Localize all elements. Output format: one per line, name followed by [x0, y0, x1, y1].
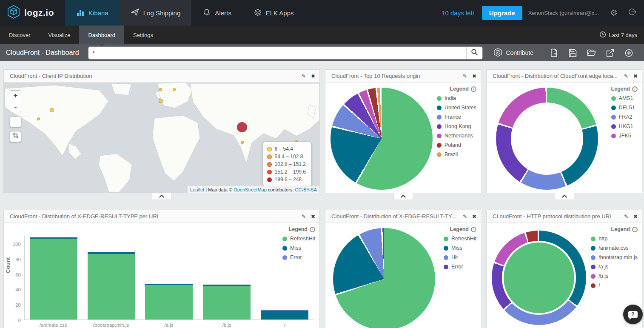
account-name[interactable]: XenonStack (gursimran@x...	[528, 10, 599, 16]
close-panel-icon[interactable]: ✖	[472, 214, 476, 220]
edge-locations-donut-chart[interactable]	[496, 88, 598, 190]
bar-segment-Miss[interactable]	[261, 311, 308, 319]
gear-icon[interactable]: ⚙	[610, 8, 618, 18]
map-marker[interactable]	[37, 117, 40, 120]
legend-item[interactable]: Poland	[437, 140, 476, 150]
bar-/animate.css[interactable]	[30, 237, 77, 319]
map-marker[interactable]	[241, 141, 244, 144]
sunburst-inner-circle[interactable]	[504, 242, 574, 313]
open-dashboard-icon[interactable]	[582, 49, 601, 57]
bar-/b.js[interactable]	[203, 285, 251, 319]
legend-toggle[interactable]: Legend ›	[591, 226, 638, 232]
legend-item[interactable]: United States	[437, 103, 476, 112]
nav-item-visualize[interactable]: Visualize	[40, 26, 80, 44]
legend-item[interactable]: FRA2	[611, 112, 638, 122]
tab-log-shipping[interactable]: Log Shipping	[120, 0, 192, 26]
legend-item[interactable]: Netherlands	[437, 131, 476, 140]
close-panel-icon[interactable]: ✖	[633, 214, 638, 220]
bar-/[interactable]	[261, 310, 308, 319]
query-input[interactable]	[88, 47, 467, 59]
http-protocol-sunburst-chart[interactable]	[492, 231, 586, 325]
zoom-in-button[interactable]: +	[10, 90, 21, 101]
contribute-button[interactable]: Contribute	[493, 48, 533, 58]
logzio-logo[interactable]: logz.io	[0, 0, 65, 26]
legend-item[interactable]: Miss	[282, 243, 315, 253]
openstreetmap-link[interactable]: OpenStreetMap	[234, 187, 267, 192]
map-marker[interactable]	[159, 99, 163, 103]
map-marker[interactable]	[50, 108, 54, 112]
upgrade-button[interactable]: Upgrade	[482, 6, 522, 20]
license-link[interactable]: CC-BY-SA	[295, 187, 317, 192]
bar-/bootstrap.min.js[interactable]	[88, 252, 135, 319]
bar-/a.js[interactable]	[145, 284, 193, 319]
legend-item[interactable]: http	[591, 234, 638, 243]
nav-item-discover[interactable]: Discover	[0, 26, 40, 44]
tab-elk-apps[interactable]: ELK Apps	[242, 0, 305, 26]
edit-panel-icon[interactable]: ✎	[463, 73, 467, 79]
legend-item[interactable]: India	[437, 94, 476, 103]
collapse-panel-button[interactable]	[152, 193, 171, 200]
legend-toggle[interactable]: Legend ›	[437, 86, 476, 92]
sign-out-icon[interactable]	[628, 7, 637, 18]
bar-segment-RefreshHit[interactable]	[30, 239, 77, 319]
legend-item[interactable]: /b.js	[591, 271, 638, 281]
share-dashboard-icon[interactable]	[601, 49, 619, 57]
time-picker[interactable]: Last 7 days	[599, 26, 644, 44]
legend-item[interactable]: /bootstrap.min.js	[591, 253, 638, 262]
bar-segment-RefreshHit[interactable]	[145, 285, 193, 319]
legend-item[interactable]: /a.js	[591, 262, 638, 271]
legend-item[interactable]: Error	[282, 253, 315, 262]
legend-toggle[interactable]: Legend ›	[282, 226, 315, 232]
zoom-out-button[interactable]: -	[10, 101, 21, 112]
legend-item[interactable]: /animate.css	[591, 243, 638, 253]
legend-item[interactable]: /	[591, 281, 638, 290]
fit-bounds-button[interactable]	[10, 116, 21, 127]
edit-panel-icon[interactable]: ✎	[302, 214, 306, 220]
edit-panel-icon[interactable]: ✎	[624, 214, 628, 220]
edit-panel-icon[interactable]: ✎	[624, 73, 628, 79]
close-panel-icon[interactable]: ✖	[633, 73, 638, 79]
legend-toggle[interactable]: Legend ›	[444, 226, 476, 232]
bar-segment-RefreshHit[interactable]	[88, 254, 135, 319]
close-panel-icon[interactable]: ✖	[311, 73, 315, 79]
nav-item-dashboard[interactable]: Dashboard	[79, 26, 124, 44]
legend-item[interactable]: DEL51	[611, 103, 638, 112]
legend-item[interactable]: Error	[444, 262, 476, 271]
legend-item[interactable]: Brazil	[437, 150, 476, 159]
legend-item[interactable]: Hong Kong	[437, 122, 476, 131]
legend-item[interactable]: Miss	[444, 243, 476, 253]
draw-rectangle-button[interactable]	[10, 131, 21, 142]
map-marker[interactable]	[173, 88, 176, 91]
legend-item[interactable]: RefreshHit	[444, 234, 476, 243]
nav-item-settings[interactable]: Settings	[124, 26, 162, 44]
tab-kibana[interactable]: Kibana	[65, 0, 120, 26]
legend-item[interactable]: France	[437, 112, 476, 122]
new-dashboard-icon[interactable]	[544, 48, 563, 57]
edge-result-pie-chart[interactable]	[333, 228, 435, 328]
bar-segment-RefreshHit[interactable]	[203, 286, 251, 319]
help-chat-button[interactable]: ?	[623, 305, 643, 324]
clock-icon	[599, 31, 606, 39]
legend-toggle[interactable]: Legend ›	[611, 86, 638, 92]
edit-panel-icon[interactable]: ✎	[463, 214, 467, 220]
close-panel-icon[interactable]: ✖	[472, 73, 476, 79]
save-dashboard-icon[interactable]	[563, 49, 582, 57]
edit-panel-icon[interactable]: ✎	[302, 73, 306, 79]
collapse-panel-button[interactable]	[555, 193, 574, 200]
dashboard-toolbar: CloudFront - Dashboard Contribute	[0, 44, 644, 61]
tab-alerts[interactable]: Alerts	[191, 0, 242, 26]
map-marker[interactable]	[237, 122, 247, 132]
requests-origin-pie-chart[interactable]	[331, 88, 433, 190]
collapse-panel-button[interactable]	[393, 193, 413, 200]
legend-item[interactable]: HKG1	[611, 122, 638, 131]
search-button[interactable]	[466, 47, 482, 59]
close-panel-icon[interactable]: ✖	[311, 214, 315, 220]
legend-item[interactable]: JFK5	[611, 131, 638, 140]
legend-item[interactable]: RefreshHit	[282, 234, 315, 243]
legend-item[interactable]: Hit	[444, 253, 476, 262]
add-panel-icon[interactable]	[619, 49, 638, 57]
tile-map[interactable]: + - 6 – 54.4	[4, 83, 319, 193]
map-marker[interactable]	[159, 88, 162, 91]
legend-item[interactable]: AMS1	[611, 94, 638, 103]
leaflet-link[interactable]: Leaflet	[190, 187, 204, 192]
